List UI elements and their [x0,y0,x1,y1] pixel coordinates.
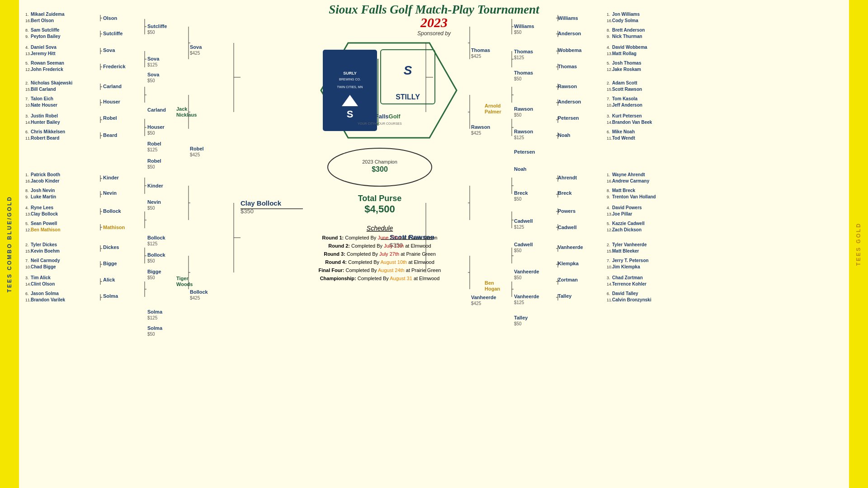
svg-text:1.: 1. [607,173,610,177]
svg-text:Justin Robel: Justin Robel [31,113,58,118]
svg-text:$50: $50 [514,197,522,202]
svg-text:10.: 10. [607,103,613,108]
svg-text:8.: 8. [25,28,29,33]
svg-text:Bert Olson: Bert Olson [31,18,54,23]
svg-text:Tom Kasola: Tom Kasola [612,96,637,101]
svg-text:11.: 11. [607,136,613,141]
svg-text:Kurt Petersen: Kurt Petersen [612,113,642,118]
svg-text:14.: 14. [607,282,613,286]
svg-text:4.: 4. [607,45,610,50]
svg-text:Patrick Booth: Patrick Booth [31,172,60,177]
svg-text:$125: $125 [514,135,524,140]
svg-text:Williams: Williams [514,23,534,29]
left-sidebar-text3: TEES [6,273,13,292]
svg-text:Total Purse: Total Purse [358,194,402,203]
svg-text:$4,500: $4,500 [364,203,395,215]
svg-text:Brett Anderson: Brett Anderson [612,28,645,33]
svg-text:Jon Williams: Jon Williams [612,12,640,17]
svg-text:6.: 6. [607,291,610,296]
svg-text:Josh Nevin: Josh Nevin [31,188,55,193]
svg-text:Final Four: Completed By Augus: Final Four: Completed By August 24th at … [319,267,441,273]
svg-text:Calvin Bronzynski: Calvin Bronzynski [612,297,651,302]
svg-text:Klempka: Klempka [558,261,579,266]
svg-text:$125: $125 [514,300,524,305]
svg-text:Tyler Vanheerde: Tyler Vanheerde [612,242,647,247]
svg-text:Noah: Noah [514,166,527,172]
svg-text:$425: $425 [190,296,200,300]
svg-text:Chad Zortman: Chad Zortman [612,275,643,280]
svg-text:3.: 3. [607,276,610,280]
svg-text:TWIN CITIES, MN: TWIN CITIES, MN [337,85,363,89]
svg-text:Mikael Zuidema: Mikael Zuidema [31,12,65,17]
svg-text:11.: 11. [607,298,613,302]
svg-text:Round 4: Completed By August 1: Round 4: Completed By August 10th at Elm… [325,259,434,265]
svg-text:Kazzie Cadwell: Kazzie Cadwell [612,221,645,226]
svg-text:Woods: Woods [176,282,193,287]
svg-text:5.: 5. [25,61,29,66]
svg-text:Chris Mikkelsen: Chris Mikkelsen [31,129,65,134]
svg-text:Terrence Kohler: Terrence Kohler [612,282,646,286]
svg-text:16.: 16. [607,19,613,23]
svg-text:Hogan: Hogan [485,286,500,291]
svg-text:SiouxFallsGolf: SiouxFallsGolf [359,113,401,120]
svg-text:Breck: Breck [514,190,528,196]
svg-text:$50: $50 [147,78,155,83]
svg-text:Robel: Robel [190,146,204,151]
svg-text:7.: 7. [607,97,610,101]
left-sidebar: BLUE/GOLD COMBO TEES [0,0,19,488]
svg-text:Thomas: Thomas [514,70,533,75]
svg-text:Nevin: Nevin [147,199,161,205]
svg-text:$50: $50 [147,275,155,280]
svg-text:Bollock: Bollock [147,252,166,258]
svg-text:Clay Bollock: Clay Bollock [241,199,282,207]
svg-text:Daniel Sova: Daniel Sova [31,45,57,50]
svg-text:Jim Klempka: Jim Klempka [612,264,640,269]
svg-text:Vanheerde: Vanheerde [514,294,539,299]
svg-text:Bill Carland: Bill Carland [31,87,56,92]
svg-text:$125: $125 [514,225,524,230]
left-sidebar-text2: COMBO [6,243,13,270]
svg-text:Chad Bigge: Chad Bigge [31,264,56,269]
svg-text:Vanheerde: Vanheerde [471,295,496,300]
svg-text:2.: 2. [607,81,610,85]
svg-text:Bigge: Bigge [147,269,161,274]
svg-text:4.: 4. [25,45,29,50]
svg-text:$50: $50 [514,113,522,117]
svg-text:Josh Thomas: Josh Thomas [612,61,642,66]
svg-text:Bigge: Bigge [103,261,117,266]
svg-text:Thomas: Thomas [558,64,577,69]
svg-text:Frederick: Frederick [103,64,126,69]
svg-text:6.: 6. [25,291,29,296]
svg-text:Luke Martin: Luke Martin [31,194,56,199]
svg-text:Sova: Sova [147,72,160,77]
svg-text:Robel: Robel [147,158,161,164]
svg-text:Vanheerde: Vanheerde [558,244,583,250]
svg-text:Wobbema: Wobbema [558,47,582,53]
svg-text:6.: 6. [607,130,610,134]
svg-text:$50: $50 [514,321,522,326]
svg-text:Sutcliffe: Sutcliffe [147,23,167,29]
svg-text:Round 3: Completed By July 27t: Round 3: Completed By July 27th at Prair… [324,251,436,257]
svg-text:Rowan Seeman: Rowan Seeman [31,61,64,66]
svg-text:Jeremy Hitt: Jeremy Hitt [31,51,56,56]
svg-text:John Frederick: John Frederick [31,67,63,72]
svg-text:12.: 12. [25,67,31,72]
svg-text:$50: $50 [147,206,155,211]
svg-text:Jake Roskam: Jake Roskam [612,67,641,72]
svg-text:3.: 3. [25,276,29,280]
svg-text:9.: 9. [25,195,29,199]
svg-text:5.: 5. [25,221,29,226]
svg-text:$300: $300 [372,165,388,173]
svg-text:Nevin: Nevin [103,190,117,196]
svg-text:Kevin Boehm: Kevin Boehm [31,249,60,253]
bracket-svg: SURLY BREWING CO. TWIN CITIES, MN S S ST… [19,0,849,488]
svg-text:David Talley: David Talley [612,291,638,296]
svg-text:Brandon Van Beek: Brandon Van Beek [612,120,652,125]
svg-text:S: S [347,108,354,120]
svg-text:Jeff Anderson: Jeff Anderson [612,103,642,108]
svg-text:Trenton Van Holland: Trenton Van Holland [612,194,656,199]
svg-text:Cadwell: Cadwell [514,242,533,247]
svg-text:Nicklaus: Nicklaus [176,112,197,117]
svg-text:16.: 16. [25,19,31,23]
svg-text:Solma: Solma [147,325,163,331]
